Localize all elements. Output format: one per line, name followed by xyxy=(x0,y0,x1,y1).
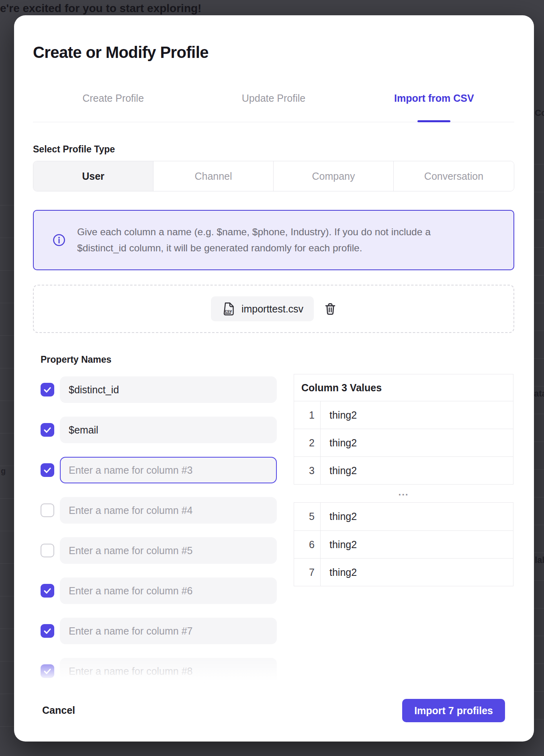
property-row-3 xyxy=(41,457,277,483)
info-banner: Give each column a name (e.g. $name, $ph… xyxy=(33,210,514,270)
tab-label: Update Profile xyxy=(242,92,305,104)
row-value: thing2 xyxy=(321,531,357,558)
column-2-name-input[interactable] xyxy=(60,417,277,443)
column-6-name-input[interactable] xyxy=(60,577,277,604)
property-names-label: Property Names xyxy=(41,354,111,365)
tab-update-profile[interactable]: Update Profile xyxy=(193,88,354,122)
backdrop-left-strip xyxy=(0,173,14,728)
import-profiles-button[interactable]: Import 7 profiles xyxy=(402,699,505,722)
column-4-name-input[interactable] xyxy=(60,497,277,524)
profile-type-channel[interactable]: Channel xyxy=(153,161,274,191)
column-7-checkbox[interactable] xyxy=(41,624,54,638)
column-1-checkbox[interactable] xyxy=(41,383,54,396)
table-row: 1 thing2 xyxy=(294,401,513,429)
info-icon xyxy=(52,233,66,247)
checkmark-icon xyxy=(43,425,52,435)
uploaded-file-chip: csv importtest.csv xyxy=(211,296,314,321)
segment-label: Conversation xyxy=(424,171,483,182)
row-number: 2 xyxy=(294,429,321,456)
checkmark-icon xyxy=(43,385,52,394)
file-dropzone[interactable]: csv importtest.csv xyxy=(33,285,514,333)
modal-tabs: Create Profile Update Profile Import fro… xyxy=(33,88,514,122)
column-3-name-input[interactable] xyxy=(60,457,277,483)
row-number: 7 xyxy=(294,559,321,586)
modal-title: Create or Modify Profile xyxy=(33,43,209,62)
svg-text:csv: csv xyxy=(225,308,232,313)
segment-label: Company xyxy=(312,171,355,182)
checkmark-icon xyxy=(43,465,52,475)
backdrop-fragment: Col xyxy=(535,108,544,118)
row-value: thing2 xyxy=(321,559,357,586)
column-2-checkbox[interactable] xyxy=(41,423,54,437)
active-tab-underline xyxy=(417,120,450,122)
profile-type-company[interactable]: Company xyxy=(274,161,394,191)
table-row: 7 thing2 xyxy=(294,558,513,586)
property-row-5 xyxy=(41,537,277,564)
values-table-header: Column 3 Values xyxy=(294,374,513,401)
table-ellipsis: ... xyxy=(294,487,513,498)
column-4-checkbox[interactable] xyxy=(41,503,54,517)
checkmark-icon xyxy=(43,666,52,676)
csv-file-icon: csv xyxy=(221,302,236,316)
column-8-name-input[interactable] xyxy=(60,658,277,684)
backdrop-fragment: g xyxy=(1,466,6,476)
create-or-modify-profile-modal: Create or Modify Profile Create Profile … xyxy=(14,15,534,742)
row-number: 6 xyxy=(294,531,321,558)
table-row: 5 thing2 xyxy=(294,503,513,530)
backdrop-fragment: lab xyxy=(535,555,544,565)
tab-label: Import from CSV xyxy=(394,92,474,104)
property-row-4 xyxy=(41,497,277,524)
remove-file-button[interactable] xyxy=(324,302,336,315)
property-row-6 xyxy=(41,577,277,604)
property-row-1 xyxy=(41,376,277,403)
column-5-checkbox[interactable] xyxy=(41,544,54,557)
property-row-7 xyxy=(41,618,277,644)
banner-text: Give each column a name (e.g. $name, $ph… xyxy=(77,224,457,256)
profile-type-user[interactable]: User xyxy=(33,161,153,191)
tab-create-profile[interactable]: Create Profile xyxy=(33,88,193,122)
row-value: thing2 xyxy=(321,401,357,429)
column-values-table-top: Column 3 Values 1 thing2 2 thing2 3 thin… xyxy=(294,374,513,485)
cancel-button[interactable]: Cancel xyxy=(42,705,75,716)
backdrop-clipped-text: e're excited for you to start exploring! xyxy=(0,2,201,15)
tab-label: Create Profile xyxy=(82,92,144,104)
segment-label: User xyxy=(82,171,104,182)
column-7-name-input[interactable] xyxy=(60,618,277,644)
column-6-checkbox[interactable] xyxy=(41,584,54,598)
table-row: 6 thing2 xyxy=(294,530,513,558)
property-row-8 xyxy=(41,658,277,684)
row-value: thing2 xyxy=(321,457,357,484)
table-row: 3 thing2 xyxy=(294,456,513,484)
property-row-2 xyxy=(41,417,277,443)
checkmark-icon xyxy=(43,586,52,596)
row-value: thing2 xyxy=(321,503,357,530)
column-3-checkbox[interactable] xyxy=(41,463,54,477)
column-values-table-bottom: 5 thing2 6 thing2 7 thing2 xyxy=(294,502,513,586)
table-row: 2 thing2 xyxy=(294,429,513,456)
uploaded-filename: importtest.csv xyxy=(241,303,303,315)
column-8-checkbox[interactable] xyxy=(41,664,54,678)
column-5-name-input[interactable] xyxy=(60,537,277,564)
profile-type-label: Select Profile Type xyxy=(33,144,115,155)
row-value: thing2 xyxy=(321,429,357,456)
profile-type-segmented-control: User Channel Company Conversation xyxy=(33,161,514,191)
row-number: 3 xyxy=(294,457,321,484)
checkmark-icon xyxy=(43,626,52,636)
tab-import-from-csv[interactable]: Import from CSV xyxy=(354,88,514,122)
trash-icon xyxy=(324,302,336,315)
row-number: 5 xyxy=(294,503,321,530)
row-number: 1 xyxy=(294,401,321,429)
backdrop-fragment: ata xyxy=(534,388,544,399)
column-1-name-input[interactable] xyxy=(60,376,277,403)
backdrop-right-strip xyxy=(534,137,544,728)
segment-label: Channel xyxy=(194,171,232,182)
profile-type-conversation[interactable]: Conversation xyxy=(394,161,514,191)
property-rows-list xyxy=(41,376,277,684)
